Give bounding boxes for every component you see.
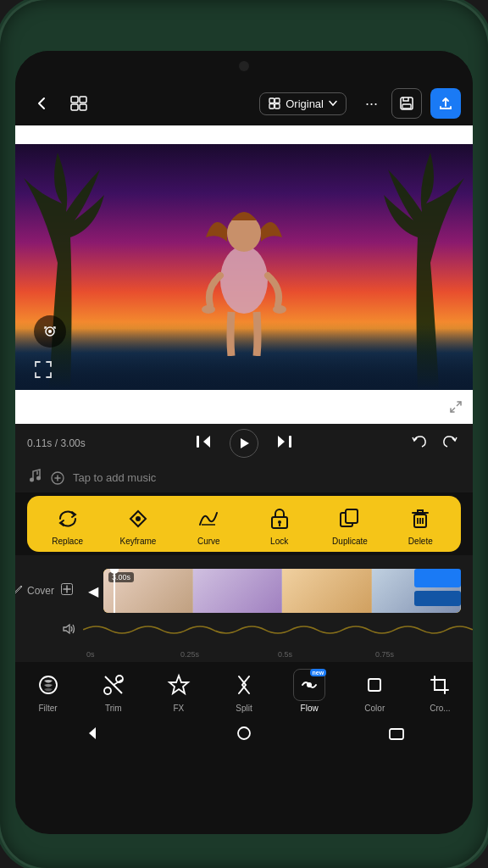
save-button[interactable] (391, 88, 422, 119)
svg-rect-3 (80, 104, 86, 110)
status-bar (15, 51, 473, 81)
blue-overlay-bottom (414, 591, 461, 606)
clip-thumb-3 (282, 569, 372, 613)
pencil-icon (15, 584, 24, 598)
home-nav-button[interactable] (219, 719, 269, 752)
color-tool[interactable]: Color (352, 669, 396, 713)
svg-marker-18 (241, 438, 249, 448)
skip-forward-button[interactable] (274, 431, 296, 455)
svg-rect-7 (275, 104, 280, 109)
svg-rect-20 (289, 436, 291, 448)
svg-rect-6 (269, 104, 274, 109)
undo-button[interactable] (408, 431, 430, 455)
clip-segment[interactable]: 3.00s (103, 569, 461, 613)
replace-button[interactable]: Replace (46, 504, 90, 547)
lock-icon (265, 504, 294, 533)
clip-track-content: ◀ 3.00s (83, 567, 461, 615)
mode-label: Original (286, 97, 324, 110)
keyframe-button[interactable]: Keyframe (116, 504, 160, 547)
camera-notch (239, 61, 249, 71)
color-label: Color (364, 704, 385, 713)
recents-nav-button[interactable] (372, 720, 421, 751)
scan-icon[interactable] (34, 360, 53, 383)
curve-icon (194, 504, 223, 533)
redo-button[interactable] (439, 431, 461, 455)
clip-thumb-2 (193, 569, 283, 613)
phone-shell: Original ··· (0, 0, 488, 868)
clip-duration: 3.00s (108, 572, 134, 582)
duplicate-icon (336, 504, 364, 533)
mode-selector[interactable]: Original (259, 92, 347, 115)
skip-back-button[interactable] (192, 431, 214, 455)
play-button[interactable] (230, 429, 258, 458)
svg-rect-46 (369, 679, 380, 691)
delete-label: Delete (408, 537, 433, 547)
replace-label: Replace (52, 537, 83, 547)
phone-screen: Original ··· (15, 51, 473, 834)
clip-arrow-left[interactable]: ◀ (83, 583, 103, 599)
filter-icon (32, 669, 64, 701)
svg-point-15 (48, 330, 52, 333)
svg-rect-4 (269, 98, 274, 103)
ruler-025s: 0.25s (180, 650, 199, 659)
filter-tool[interactable]: Filter (26, 669, 70, 713)
curve-label: Curve (197, 537, 220, 547)
flow-tool[interactable]: new Flow (287, 669, 331, 713)
svg-rect-9 (402, 104, 411, 108)
cover-label: Cover (27, 585, 54, 597)
ruler-0s: 0s (86, 650, 95, 659)
curve-button[interactable]: Curve (186, 504, 230, 547)
svg-marker-44 (169, 676, 188, 693)
crop-tool[interactable]: Cro... (418, 669, 462, 713)
export-button[interactable] (430, 88, 461, 119)
svg-marker-47 (89, 727, 96, 739)
fx-tool[interactable]: FX (157, 669, 201, 713)
duplicate-button[interactable]: Duplicate (328, 504, 372, 547)
back-button[interactable] (27, 89, 56, 118)
add-track-icon[interactable] (58, 583, 76, 598)
trim-icon (97, 669, 130, 701)
svg-rect-2 (71, 104, 78, 110)
flow-badge: new (310, 669, 327, 676)
clip-track: Cover ◀ 3.00s (15, 562, 473, 620)
replace-icon (53, 504, 82, 533)
duplicate-label: Duplicate (332, 537, 368, 547)
svg-rect-5 (275, 98, 280, 103)
white-bar-top (15, 125, 473, 144)
lock-button[interactable]: Lock (258, 504, 302, 547)
library-button[interactable] (64, 89, 93, 118)
back-nav-button[interactable] (67, 719, 116, 752)
fx-label: FX (173, 704, 184, 713)
trim-tool[interactable]: Trim (92, 669, 136, 713)
split-icon (228, 669, 260, 701)
more-button[interactable]: ··· (360, 95, 383, 113)
split-tool[interactable]: Split (222, 669, 266, 713)
system-nav (15, 718, 473, 757)
total-time: 3.00s (60, 437, 85, 449)
music-bar[interactable]: Tap to add music (15, 463, 473, 492)
music-note-icon (27, 468, 42, 487)
crop-icon (424, 669, 456, 701)
timeline-ruler: 0s 0.25s 0.5s 0.75s (15, 640, 473, 659)
playback-controls (136, 429, 352, 458)
audio-track (15, 620, 473, 640)
fx-icon (163, 669, 195, 701)
svg-point-10 (220, 246, 268, 314)
svg-rect-17 (197, 436, 199, 448)
playhead (114, 569, 115, 613)
color-icon (358, 669, 391, 701)
svg-point-21 (30, 478, 34, 482)
expand-icon[interactable] (449, 400, 463, 417)
svg-marker-16 (203, 436, 210, 448)
delete-button[interactable]: Delete (398, 504, 442, 547)
audio-waveform (83, 621, 473, 638)
woman-figure (189, 178, 299, 356)
ruler-075s: 0.75s (375, 650, 394, 659)
ruler-marks: 0s 0.25s 0.5s 0.75s (83, 642, 473, 659)
camera-switch-button[interactable] (34, 315, 66, 348)
time-display: 0.11s / 3.00s (27, 437, 136, 449)
audio-icon-area (15, 623, 83, 637)
volume-icon (63, 623, 76, 637)
music-placeholder[interactable]: Tap to add music (73, 471, 461, 484)
split-label: Split (236, 704, 252, 713)
